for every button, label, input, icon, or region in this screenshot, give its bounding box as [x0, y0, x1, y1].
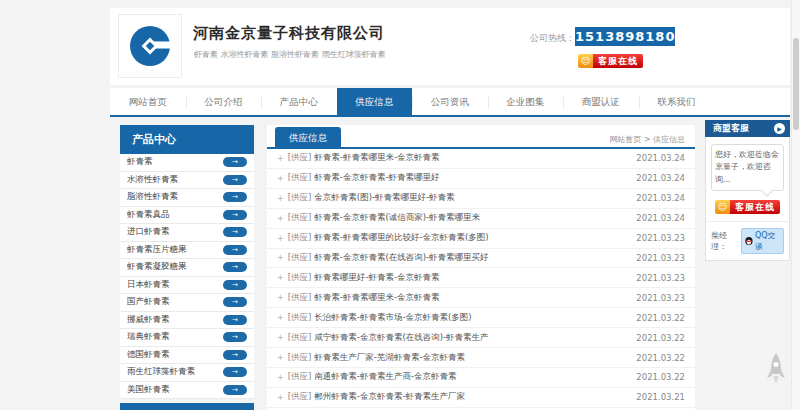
qq-chat-label: QQ交谈 — [755, 230, 780, 252]
supply-date: 2021.03.22 — [636, 313, 685, 323]
supply-title: 虾青素生产厂家-芜湖虾青素-金京虾青素 — [314, 352, 628, 364]
nav-item-products[interactable]: 产品中心 — [261, 88, 337, 115]
arrow-right-icon[interactable]: → — [223, 350, 247, 360]
arrow-right-icon[interactable]: → — [223, 175, 247, 185]
arrow-right-icon[interactable]: → — [223, 332, 247, 342]
sidebar-item-sweden[interactable]: 瑞典虾青素→ — [120, 329, 254, 347]
supply-title: 长治虾青素-虾青素市场-金京虾青素(多图) — [314, 312, 628, 324]
nav-item-certification[interactable]: 商盟认证 — [563, 88, 639, 115]
header-service-online-button[interactable]: ☺ 客服在线 — [578, 54, 643, 68]
arrow-right-icon[interactable]: → — [223, 367, 247, 377]
supply-date: 2021.03.23 — [636, 233, 685, 243]
service-panel-title: 商盟客服 ▶ — [705, 120, 790, 137]
qq-icon — [745, 236, 753, 246]
arrow-right-icon[interactable]: → — [223, 280, 247, 290]
divider — [706, 221, 789, 222]
supply-row[interactable]: +[供应]虾青素-金京虾青素-虾青素哪里好2021.03.24 — [267, 169, 695, 189]
nav-item-supply-active[interactable]: 供应信息 — [337, 88, 413, 115]
arrow-right-icon[interactable]: → — [223, 192, 247, 202]
arrow-right-icon[interactable]: → — [223, 227, 247, 237]
supply-row[interactable]: +[供应]虾青素哪里好-虾青素-金京虾青素2021.03.23 — [267, 268, 695, 288]
sidebar-item-japan[interactable]: 日本虾青素→ — [120, 277, 254, 295]
supply-date: 2021.03.24 — [636, 193, 685, 203]
sidebar-item-label: 瑞典虾青素 — [127, 331, 170, 343]
sidebar-item-label: 虾青素 — [127, 156, 153, 168]
supply-tag: [供应] — [288, 292, 312, 304]
supply-date: 2021.03.23 — [636, 293, 685, 303]
supply-date: 2021.03.22 — [636, 353, 685, 363]
nav-item-contact[interactable]: 联系我们 — [639, 88, 715, 115]
sidebar-item-label: 虾青素凝胶糖果 — [127, 261, 187, 273]
tab-supply-info[interactable]: 供应信息 — [275, 127, 341, 149]
sidebar-item-label: 水溶性虾青素 — [127, 174, 178, 186]
hotline-label: 公司热线： — [530, 32, 575, 45]
supply-row[interactable]: +[供应]虾青素生产厂家-芜湖虾青素-金京虾青素2021.03.22 — [267, 348, 695, 368]
supply-row[interactable]: +[供应]虾青素-虾青素哪里来-金京虾青素2021.03.24 — [267, 149, 695, 169]
breadcrumb-home[interactable]: 网站首页 — [609, 135, 641, 144]
supply-list: +[供应]虾青素-虾青素哪里来-金京虾青素2021.03.24 +[供应]虾青素… — [267, 149, 695, 408]
site-header: 河南金京量子科技有限公司 虾青素 水溶性虾青素 脂溶性虾青素 雨生红球藻虾青素 … — [110, 8, 790, 85]
supply-row[interactable]: +[供应]南通虾青素-虾青素生产商-金京虾青素2021.03.22 — [267, 368, 695, 388]
sidebar-item-germany[interactable]: 德国虾青素→ — [120, 347, 254, 365]
nav-item-gallery[interactable]: 企业图集 — [488, 88, 564, 115]
sidebar-item-gel-candy[interactable]: 虾青素凝胶糖果→ — [120, 259, 254, 277]
supply-title: 虾青素-金京虾青素(在线咨询)-虾青素哪里买好 — [314, 252, 628, 264]
supply-title: 虾青素-虾青素哪里来-金京虾青素 — [314, 292, 628, 304]
supply-title: 虾青素-金京虾青素(诚信商家)-虾青素哪里来 — [314, 212, 628, 224]
supply-row[interactable]: +[供应]虾青素-虾青素哪里来-金京虾青素2021.03.23 — [267, 288, 695, 308]
scrollbar-track[interactable] — [791, 0, 800, 410]
nav-item-home[interactable]: 网站首页 — [110, 88, 186, 115]
supply-tag: [供应] — [288, 332, 312, 344]
arrow-right-icon[interactable]: → — [223, 385, 247, 395]
sidebar-item-genuine[interactable]: 虾青素真品→ — [120, 207, 254, 225]
service-online-label: 客服在线 — [730, 200, 780, 214]
supply-date: 2021.03.24 — [636, 213, 685, 223]
main-nav: 网站首页 公司介绍 产品中心 供应信息 公司资讯 企业图集 商盟认证 联系我们 — [110, 88, 790, 117]
arrow-right-icon[interactable]: → — [223, 157, 247, 167]
sidebar-item-fat-soluble[interactable]: 脂溶性虾青素→ — [120, 189, 254, 207]
arrow-right-icon[interactable]: → — [223, 245, 247, 255]
sidebar-item-usa[interactable]: 美国虾青素→ — [120, 382, 254, 400]
scrollbar-thumb[interactable] — [793, 38, 799, 130]
supply-title: 虾青素-虾青素哪里来-金京虾青素 — [314, 152, 628, 164]
supply-row[interactable]: +[供应]郴州虾青素-金京虾青素-虾青素生产厂家2021.03.21 — [267, 388, 695, 408]
qq-chat-button[interactable]: QQ交谈 — [741, 228, 784, 254]
collapse-play-icon[interactable]: ▶ — [774, 123, 785, 134]
arrow-right-icon[interactable]: → — [223, 297, 247, 307]
arrow-right-icon[interactable]: → — [223, 210, 247, 220]
arrow-right-icon[interactable]: → — [223, 315, 247, 325]
supply-panel-header: 供应信息 网站首页 > 供应信息 — [267, 125, 695, 149]
supply-row[interactable]: +[供应]虾青素-虾青素哪里的比较好-金京虾青素(多图)2021.03.23 — [267, 229, 695, 249]
plus-icon: + — [277, 393, 284, 402]
sidebar-item-imported[interactable]: 进口虾青素→ — [120, 224, 254, 242]
sidebar-item-haematococcus[interactable]: 雨生红球藻虾青素→ — [120, 364, 254, 382]
nav-item-about[interactable]: 公司介绍 — [186, 88, 262, 115]
sidebar-item-domestic[interactable]: 国产虾青素→ — [120, 294, 254, 312]
nav-item-news[interactable]: 公司资讯 — [412, 88, 488, 115]
plus-icon: + — [277, 313, 284, 322]
supply-date: 2021.03.22 — [636, 372, 685, 382]
breadcrumb-sep: > — [644, 135, 651, 144]
smiley-icon: ☺ — [578, 54, 593, 68]
back-to-top-rocket-icon[interactable] — [763, 352, 789, 400]
supply-row[interactable]: +[供应]咸宁虾青素-金京虾青素(在线咨询)-虾青素生产2021.03.22 — [267, 328, 695, 348]
company-logo[interactable] — [118, 14, 182, 78]
supply-title: 郴州虾青素-金京虾青素-虾青素生产厂家 — [314, 391, 628, 403]
sidebar-service-online-button[interactable]: ☺ 客服在线 — [715, 200, 780, 214]
sidebar-item-water-soluble[interactable]: 水溶性虾青素→ — [120, 172, 254, 190]
supply-row[interactable]: +[供应]虾青素-金京虾青素(诚信商家)-虾青素哪里来2021.03.24 — [267, 209, 695, 229]
sidebar-item-label: 挪威虾青素 — [127, 314, 170, 326]
plus-icon: + — [277, 194, 284, 203]
sidebar-item-label: 德国虾青素 — [127, 349, 170, 361]
sidebar-item-astaxanthin[interactable]: 虾青素→ — [120, 154, 254, 172]
sidebar-item-norway[interactable]: 挪威虾青素→ — [120, 312, 254, 330]
plus-icon: + — [277, 373, 284, 382]
arrow-right-icon[interactable]: → — [223, 262, 247, 272]
supply-title: 虾青素哪里好-虾青素-金京虾青素 — [314, 272, 628, 284]
sidebar-item-tablet-candy[interactable]: 虾青素压片糖果→ — [120, 242, 254, 260]
plus-icon: + — [277, 273, 284, 282]
supply-row[interactable]: +[供应]金京虾青素(图)-虾青素哪里好-虾青素2021.03.24 — [267, 189, 695, 209]
supply-date: 2021.03.23 — [636, 273, 685, 283]
supply-row[interactable]: +[供应]长治虾青素-虾青素市场-金京虾青素(多图)2021.03.22 — [267, 308, 695, 328]
supply-row[interactable]: +[供应]虾青素-金京虾青素(在线咨询)-虾青素哪里买好2021.03.23 — [267, 249, 695, 269]
